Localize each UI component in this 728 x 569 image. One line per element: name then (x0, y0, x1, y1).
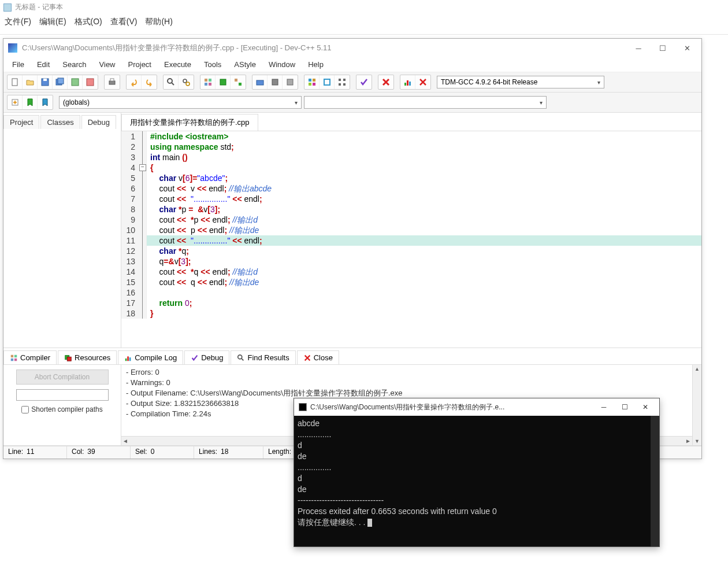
notepad-menu-help[interactable]: 帮助(H) (145, 17, 172, 27)
side-tab-classes[interactable]: Classes (40, 115, 80, 129)
save-icon[interactable] (38, 75, 53, 89)
stop-icon[interactable] (378, 75, 393, 89)
chevron-down-icon: ▾ (540, 99, 543, 106)
file-tab[interactable]: 用指针变量操作字符数组的例子.cpp (121, 114, 258, 131)
code-editor[interactable]: 1#include <iostream>2using namespace std… (121, 131, 701, 348)
function-combo[interactable]: ▾ (304, 96, 547, 109)
code-line[interactable]: 11 cout << "..............." << endl; (121, 235, 701, 246)
maximize-button[interactable]: ☐ (653, 42, 673, 54)
bookmark-icon[interactable] (23, 95, 38, 109)
code-line[interactable]: 14 cout << *q << endl; //输出d (121, 267, 701, 277)
menu-edit[interactable]: Edit (32, 58, 55, 71)
code-line[interactable]: 16 (121, 287, 701, 298)
new-file-icon[interactable] (8, 75, 23, 89)
code-line[interactable]: 3int main () (121, 152, 701, 162)
shorten-paths-checkbox[interactable]: Shorten compiler paths (21, 405, 102, 413)
compile-icon[interactable] (200, 75, 216, 89)
save-as-icon[interactable] (68, 75, 83, 89)
menu-view[interactable]: View (94, 58, 121, 71)
run-icon[interactable] (216, 75, 231, 89)
scroll-left-icon[interactable]: ◄ (122, 438, 128, 444)
menu-tools[interactable]: Tools (199, 58, 226, 71)
tool2-icon[interactable] (283, 75, 298, 89)
menu-file[interactable]: File (7, 58, 29, 71)
console-vscrollbar[interactable] (651, 416, 659, 546)
console-output[interactable]: abcde...............dde...............dd… (294, 416, 659, 546)
svg-point-12 (186, 82, 190, 86)
menu-astyle[interactable]: AStyle (229, 58, 261, 71)
save-all-icon[interactable] (53, 75, 68, 89)
btab-compile-log[interactable]: Compile Log (118, 350, 183, 364)
notepad-menu-edit[interactable]: 编辑(E) (39, 17, 66, 27)
code-line[interactable]: 15 cout << q << endl; //输出de (121, 277, 701, 287)
svg-rect-43 (127, 356, 129, 361)
close-button[interactable]: ✕ (677, 42, 697, 54)
redo-icon[interactable] (142, 75, 157, 89)
code-line[interactable]: 1#include <iostream> (121, 131, 701, 142)
notepad-menu-file[interactable]: 文件(F) (5, 17, 31, 27)
menu-project[interactable]: Project (123, 58, 157, 71)
menu-window[interactable]: Window (263, 58, 300, 71)
code-line[interactable]: 5 char v[6]="abcde"; (121, 173, 701, 183)
code-line[interactable]: 17 return 0; (121, 298, 701, 308)
svg-rect-8 (110, 79, 114, 81)
svg-rect-7 (109, 81, 115, 84)
svg-line-46 (242, 358, 244, 360)
bookmark-next-icon[interactable] (38, 95, 53, 109)
code-line[interactable]: 7 cout << "..............." << endl; (121, 194, 701, 204)
notepad-menu-view[interactable]: 查看(V) (110, 17, 138, 27)
btab-find-results[interactable]: Find Results (231, 350, 295, 364)
rebuild-icon[interactable] (252, 75, 268, 89)
code-line[interactable]: 10 cout << p << endl; //输出de (121, 225, 701, 235)
tool1-icon[interactable] (268, 75, 283, 89)
close-file-icon[interactable] (83, 75, 98, 89)
step-icon[interactable] (320, 75, 335, 89)
goto-icon[interactable] (8, 95, 23, 109)
compile-run-icon[interactable] (231, 75, 246, 89)
globals-combo[interactable]: (globals) ▾ (59, 96, 302, 109)
code-line[interactable]: 12 char *q; (121, 246, 701, 256)
notepad-title: 无标题 - 记事本 (15, 2, 63, 12)
console-close-button[interactable]: ✕ (636, 401, 655, 413)
check-icon[interactable] (356, 75, 372, 89)
log-vscrollbar[interactable]: ▲ ▼ (692, 365, 701, 445)
delete-icon[interactable] (415, 75, 430, 89)
btab-debug[interactable]: Debug (184, 350, 229, 364)
undo-icon[interactable] (127, 75, 142, 89)
notepad-menu-format[interactable]: 格式(O) (75, 17, 102, 27)
console-maximize-button[interactable]: ☐ (615, 401, 634, 413)
code-line[interactable]: 9 cout << *p << endl; //输出d (121, 215, 701, 225)
open-file-icon[interactable] (23, 75, 38, 89)
menu-execute[interactable]: Execute (159, 58, 196, 71)
btab-compiler[interactable]: Compiler (3, 350, 57, 364)
code-line[interactable]: 6 cout << v << endl; //输出abcde (121, 183, 701, 194)
side-tab-debug[interactable]: Debug (81, 115, 116, 129)
menu-help[interactable]: Help (303, 58, 329, 71)
profile-icon[interactable] (400, 75, 415, 89)
svg-rect-41 (67, 357, 71, 361)
svg-rect-31 (343, 83, 346, 86)
devcpp-icon (8, 43, 17, 53)
code-line[interactable]: 13 q=&v[3]; (121, 256, 701, 267)
code-line[interactable]: 2using namespace std; (121, 142, 701, 152)
compiler-select[interactable]: TDM-GCC 4.9.2 64-bit Release ▾ (437, 76, 604, 88)
code-line[interactable]: 8 char *p = &v[3]; (121, 204, 701, 215)
scroll-right-icon[interactable]: ► (685, 438, 691, 444)
btab-close[interactable]: Close (297, 350, 339, 364)
find-icon[interactable] (164, 75, 179, 89)
abort-compilation-button: Abort Compilation (16, 370, 109, 385)
grid-icon[interactable] (335, 75, 350, 89)
print-icon[interactable] (105, 75, 120, 89)
svg-rect-16 (209, 83, 211, 86)
debug-icon[interactable] (304, 75, 320, 89)
minimize-button[interactable]: ─ (629, 42, 648, 54)
svg-rect-30 (339, 83, 341, 86)
code-line[interactable]: 4{ (121, 162, 701, 173)
menu-search[interactable]: Search (57, 58, 91, 71)
code-line[interactable]: 18} (121, 308, 701, 319)
progress-bar (16, 389, 109, 401)
side-tab-project[interactable]: Project (3, 115, 39, 129)
btab-resources[interactable]: Resources (58, 350, 117, 364)
console-minimize-button[interactable]: ─ (595, 401, 613, 413)
replace-icon[interactable] (179, 75, 194, 89)
